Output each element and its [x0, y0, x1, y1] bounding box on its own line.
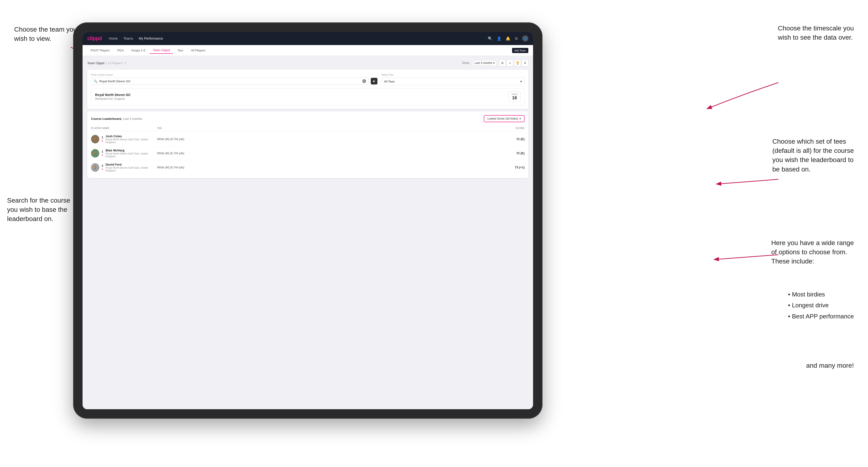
rank-2: 1: [102, 150, 103, 153]
holes-badge: Holes 18: [508, 91, 521, 102]
col-tee: TEE: [157, 127, 487, 129]
course-info: Royal North Devon GC Westward Ho!, Engla…: [95, 93, 131, 100]
search-clear-button[interactable]: ✕: [362, 79, 366, 83]
nav-my-performance[interactable]: My Performance: [139, 36, 163, 40]
annotation-top-right: Choose the timescale youwish to see the …: [778, 24, 854, 42]
nav-right: 🔍 👤 🔔 ⚙ 👤: [488, 35, 528, 41]
favorite-button[interactable]: ★: [371, 77, 378, 85]
avatar-1: 🏌: [91, 135, 99, 144]
annotation-bottom-right: Here you have a wide rangeof options to …: [771, 238, 854, 266]
account-icon[interactable]: 👤: [522, 35, 528, 41]
player-name-3: David Ford: [105, 163, 157, 166]
tab-all-players[interactable]: All Players: [187, 47, 209, 54]
avatar-2: 🏌: [91, 149, 99, 158]
annotation-top-left: Choose the team youwish to view.: [14, 25, 77, 43]
download-button[interactable]: ⬇: [522, 60, 528, 66]
show-dropdown[interactable]: Last 3 months ▾: [472, 60, 497, 66]
search-input-text: Royal North Devon GC: [99, 80, 361, 83]
rank-heart-1: 1 ♥: [102, 136, 103, 142]
player-tee-1: White (M) (6,744 yds): [157, 137, 487, 141]
trophy-view-button[interactable]: 🏆: [514, 60, 521, 66]
view-icons: ⊞ ≡ 🏆 ⬇: [499, 60, 528, 66]
player-name-1: Josh Coles: [105, 134, 157, 138]
main-content: Team Clippd | 14 Players ✏ Show: Last 3 …: [83, 56, 533, 409]
arrow-timescale: [613, 47, 826, 142]
player-score-2: 72 (E): [487, 151, 525, 155]
tab-tour[interactable]: Tour: [174, 47, 187, 54]
player-details-1: Josh Coles Royal North Devon Golf Club, …: [105, 134, 157, 144]
add-team-button[interactable]: Add Team: [512, 48, 528, 53]
player-score-1: 72 (E): [487, 137, 525, 141]
holes-number: 18: [512, 96, 518, 100]
tab-hcaps[interactable]: Hcaps 1-5: [128, 47, 149, 54]
rank-3: 3: [102, 164, 103, 167]
list-view-button[interactable]: ≡: [507, 60, 513, 66]
annotation-bullets: • Most birdies • Longest drive • Best AP…: [788, 290, 854, 323]
leaderboard-panel: Course Leaderboard, Last 3 months Lowest…: [87, 111, 528, 178]
holes-label: Holes: [512, 93, 518, 96]
tee-col: Select Tee All Tees ▾: [381, 73, 525, 85]
heart-1: ♥: [102, 139, 103, 142]
show-label: Show:: [462, 61, 470, 65]
annotation-middle-left: Search for the courseyou wish to base th…: [7, 196, 70, 224]
col-player-name: PLAYER NAME: [91, 127, 157, 129]
heart-2: ♥: [102, 154, 103, 156]
annotation-and-more: and many more!: [806, 361, 854, 370]
nav-home[interactable]: Home: [109, 36, 118, 40]
annotation-middle-right: Choose which set of tees(default is all)…: [772, 137, 854, 174]
team-header: Team Clippd | 14 Players ✏ Show: Last 3 …: [87, 60, 528, 66]
player-tee-2: White (M) (6,744 yds): [157, 152, 487, 155]
nav-teams[interactable]: Teams: [123, 36, 133, 40]
search-row: Find a Golf Course 🔍 Royal North Devon G…: [91, 73, 525, 85]
course-result[interactable]: Royal North Devon GC Westward Ho!, Engla…: [91, 88, 525, 105]
tab-team-clippd[interactable]: Team Clippd: [150, 47, 173, 54]
player-details-2: Blair McHarg Royal North Devon Golf Club…: [105, 149, 157, 158]
team-controls: Show: Last 3 months ▾ ⊞ ≡ 🏆 ⬇: [462, 60, 528, 66]
course-search-input[interactable]: 🔍 Royal North Devon GC ✕: [91, 77, 369, 85]
search-icon[interactable]: 🔍: [488, 36, 493, 41]
heart-3: ♥: [102, 168, 103, 170]
player-info-2: 🏌 1 ♥ Blair McHarg Royal North Devon Gol…: [91, 149, 157, 158]
bell-icon[interactable]: 🔔: [506, 36, 510, 41]
table-row[interactable]: 🏌 3 ♥ David Ford Royal North Devon Golf …: [91, 160, 525, 174]
search-icon-small: 🔍: [94, 80, 97, 83]
nav-links: Home Teams My Performance: [109, 36, 163, 40]
bullet-2: Longest drive: [792, 302, 829, 309]
tee-dropdown[interactable]: All Tees ▾: [381, 77, 525, 85]
player-count: | 14 Players: [106, 61, 122, 65]
player-tee-3: White (M) (6,744 yds): [157, 166, 487, 169]
app-logo: clippd: [87, 35, 102, 41]
player-details-3: David Ford Royal North Devon Golf Club, …: [105, 163, 157, 172]
leaderboard-title-area: Course Leaderboard, Last 3 months: [91, 117, 142, 121]
search-col: Find a Golf Course 🔍 Royal North Devon G…: [91, 73, 378, 85]
score-type-dropdown[interactable]: Lowest Score (18 holes) ▾: [484, 115, 525, 122]
player-club-3: Royal North Devon Golf Club, United King…: [105, 166, 157, 172]
user-icon[interactable]: 👤: [497, 36, 501, 41]
avatar-3: 🏌: [91, 163, 99, 172]
top-nav: clippd Home Teams My Performance 🔍 👤 🔔 ⚙…: [83, 32, 533, 45]
table-row[interactable]: 🏌 1 ♥ Josh Coles Royal North Devon Golf …: [91, 132, 525, 146]
search-panel: Find a Golf Course 🔍 Royal North Devon G…: [87, 69, 528, 109]
table-header: PLAYER NAME TEE SCORE: [91, 125, 525, 131]
table-row[interactable]: 🏌 1 ♥ Blair McHarg Royal North Devon Gol…: [91, 146, 525, 160]
team-title: Team Clippd | 14 Players ✏: [87, 61, 127, 65]
tee-select-label: Select Tee: [381, 73, 525, 76]
rank-heart-3: 3 ♥: [102, 164, 103, 170]
course-name: Royal North Devon GC: [95, 93, 131, 97]
bullet-1: Most birdies: [792, 291, 825, 298]
leaderboard-subtitle: Last 3 months: [123, 117, 142, 121]
edit-team-icon[interactable]: ✏: [124, 61, 127, 65]
tab-pgat-players[interactable]: PGAT Players: [87, 47, 113, 54]
tab-pga[interactable]: PGA: [114, 47, 127, 54]
player-score-3: 73 (+1): [487, 165, 525, 169]
leaderboard-header: Course Leaderboard, Last 3 months Lowest…: [91, 115, 525, 122]
player-club-1: Royal North Devon Golf Club, United King…: [105, 138, 157, 144]
bullet-3: Best APP performance: [792, 313, 854, 320]
col-score: SCORE: [487, 127, 525, 129]
leaderboard-title: Course Leaderboard,: [91, 117, 122, 121]
rank-1: 1: [102, 136, 103, 139]
rank-heart-2: 1 ♥: [102, 150, 103, 156]
settings-icon[interactable]: ⚙: [515, 36, 518, 41]
ipad-device: clippd Home Teams My Performance 🔍 👤 🔔 ⚙…: [73, 22, 542, 418]
grid-view-button[interactable]: ⊞: [499, 60, 506, 66]
